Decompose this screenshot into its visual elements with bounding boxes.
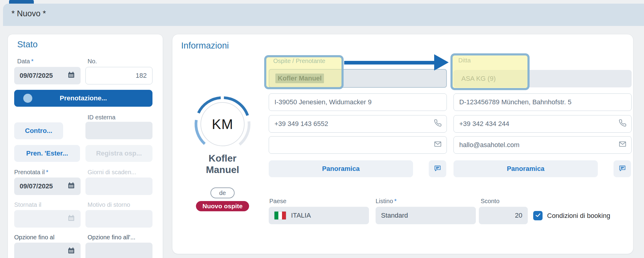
- motivo-storno-field: [85, 210, 152, 228]
- ospite-address-field[interactable]: I-39050 Jenesien, Widumacker 9: [269, 93, 447, 111]
- ditta-label: Ditta: [458, 57, 471, 64]
- opzione-fino-all-label: Opzione fino all'...: [88, 234, 135, 241]
- paese-label: Paese: [269, 198, 287, 205]
- prenotata-il-label: Prenotata il*: [14, 169, 48, 176]
- language-badge[interactable]: de: [210, 187, 235, 198]
- prenotazione-button[interactable]: Prenotazione...: [14, 90, 152, 107]
- new-guest-badge: Nuovo ospite: [196, 201, 249, 211]
- informazioni-title: Informazioni: [181, 41, 229, 51]
- ditta-phone-field[interactable]: +39 342 434 244: [453, 115, 632, 133]
- sconto-field[interactable]: 20: [479, 207, 528, 224]
- no-label: No.: [88, 58, 97, 65]
- phone-icon[interactable]: [434, 119, 442, 129]
- tab-header: [3, 4, 644, 26]
- mail-icon[interactable]: [434, 140, 442, 150]
- listino-label: Listino*: [376, 198, 397, 205]
- opzione-fino-al-label: Opzione fino al: [14, 234, 54, 241]
- motivo-storno-label: Motivo di storno: [88, 201, 130, 208]
- data-label: Data*: [17, 58, 34, 65]
- calendar-icon[interactable]: [67, 247, 75, 256]
- listino-field[interactable]: Standard: [376, 207, 476, 224]
- ospite-notes-button[interactable]: [429, 160, 446, 177]
- stato-title: Stato: [17, 39, 38, 49]
- calendar-icon: [67, 214, 75, 224]
- prenotata-il-date-field[interactable]: 09/07/2025: [14, 178, 81, 195]
- ospite-email-field[interactable]: [269, 136, 447, 154]
- contro-button[interactable]: Contro...: [14, 122, 63, 139]
- calendar-icon[interactable]: [67, 181, 75, 191]
- stornata-il-date-field: [14, 210, 81, 228]
- ditta-notes-button[interactable]: [614, 160, 631, 177]
- id-esterna-field[interactable]: [85, 122, 152, 139]
- ditta-panoramica-button[interactable]: Panoramica: [453, 160, 598, 177]
- registra-ospite-button: Registra osp...: [85, 145, 152, 162]
- annotation-arrow-head-icon: [434, 54, 449, 71]
- giorni-scadenza-label: Giorni di scaden...: [88, 169, 136, 176]
- tab-title: * Nuovo *: [11, 9, 46, 18]
- ospite-name-field[interactable]: Kofler Manuel: [269, 69, 447, 88]
- pren-esterna-button[interactable]: Pren. 'Ester...: [14, 145, 80, 162]
- selected-guest-name: Kofler Manuel: [275, 74, 324, 83]
- calendar-icon[interactable]: [67, 71, 75, 80]
- ditta-email-field[interactable]: hallo@asahotel.com: [453, 136, 632, 154]
- comment-icon: [618, 164, 626, 173]
- condizioni-booking-checkbox[interactable]: [533, 211, 543, 220]
- ditta-name-field[interactable]: ASA KG (9): [453, 70, 632, 87]
- ospite-panoramica-button[interactable]: Panoramica: [269, 160, 413, 177]
- no-field[interactable]: 182: [85, 67, 152, 84]
- status-dot-icon: [23, 94, 32, 103]
- guest-name: Kofler Manuel: [186, 153, 259, 175]
- id-esterna-label: ID esterna: [88, 114, 115, 121]
- annotation-arrow-line: [344, 61, 435, 64]
- app-window: * Nuovo * Stato Data* No. 09/07/2025 182…: [0, 0, 644, 258]
- ditta-address-field[interactable]: D-123456789 München, Bahnhofstr. 5: [453, 93, 632, 111]
- data-date-field[interactable]: 09/07/2025: [14, 67, 81, 84]
- mail-icon[interactable]: [619, 140, 626, 150]
- opzione-fino-all-field[interactable]: [85, 243, 152, 258]
- ospite-prenotante-label: Ospite / Prenotante: [273, 58, 325, 64]
- italy-flag-icon: [274, 211, 286, 220]
- ospite-phone-field[interactable]: +39 349 143 6552: [269, 115, 447, 133]
- opzione-fino-al-date-field[interactable]: [14, 243, 81, 258]
- stornata-il-label: Stornata il: [14, 201, 41, 208]
- comment-icon: [434, 164, 441, 173]
- sconto-label: Sconto: [481, 198, 499, 205]
- avatar-initials: KM: [192, 94, 253, 154]
- check-icon: [535, 212, 541, 220]
- background-tab-fragment[interactable]: [9, 0, 34, 4]
- giorni-scadenza-field: [85, 178, 152, 195]
- condizioni-booking-label: Condizioni di booking: [547, 212, 610, 220]
- paese-field[interactable]: ITALIA: [269, 207, 369, 224]
- phone-icon[interactable]: [619, 119, 626, 129]
